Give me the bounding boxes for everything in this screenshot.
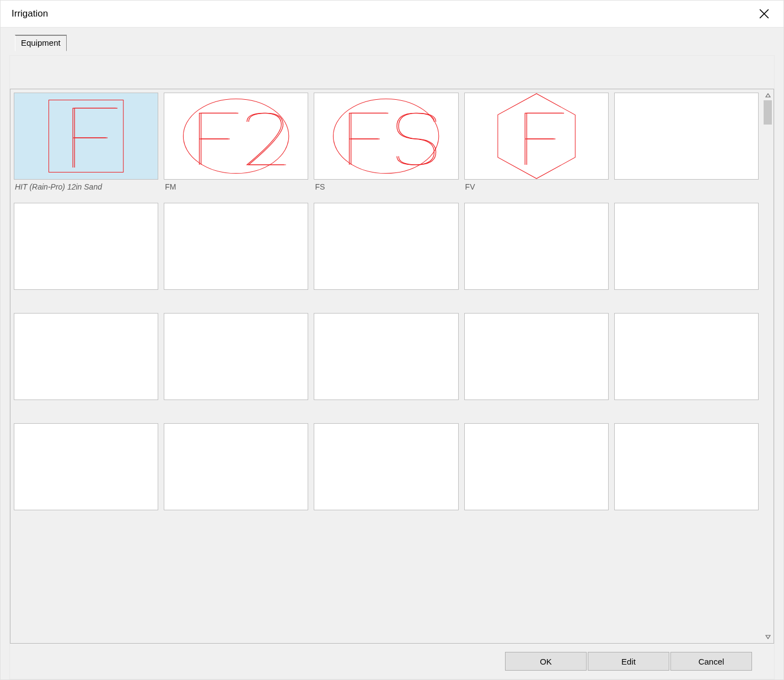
grid-cell bbox=[314, 313, 458, 418]
symbol-label: HIT (Rain-Pro) 12in Sand bbox=[14, 180, 158, 197]
grid-scroll: HIT (Rain-Pro) 12in SandFMFSFV bbox=[10, 89, 762, 644]
grid-cell: FM bbox=[164, 93, 308, 197]
button-bar: OK Edit Cancel bbox=[10, 644, 774, 679]
symbol-thumb[interactable] bbox=[314, 93, 458, 180]
symbol-label bbox=[164, 510, 308, 528]
chevron-up-icon bbox=[765, 93, 771, 98]
irrigation-window: Irrigation Equipment HIT (Rain-Pro) 12in… bbox=[0, 0, 784, 680]
symbol-thumb[interactable] bbox=[614, 93, 759, 180]
symbol-thumb[interactable] bbox=[464, 313, 609, 400]
close-icon bbox=[759, 9, 769, 19]
grid-frame: HIT (Rain-Pro) 12in SandFMFSFV bbox=[10, 89, 774, 644]
cancel-button[interactable]: Cancel bbox=[670, 652, 752, 671]
grid-cell bbox=[314, 423, 458, 528]
svg-marker-3 bbox=[497, 94, 574, 179]
symbol-label bbox=[164, 400, 308, 418]
symbol-label bbox=[314, 400, 458, 418]
panel-wrap: HIT (Rain-Pro) 12in SandFMFSFV bbox=[1, 55, 783, 679]
symbol-label bbox=[614, 400, 759, 418]
symbol-label bbox=[614, 290, 759, 307]
scroll-thumb[interactable] bbox=[764, 100, 772, 125]
symbol-thumb[interactable] bbox=[14, 93, 158, 180]
grid-cell bbox=[164, 313, 308, 418]
symbol-label: FM bbox=[164, 180, 308, 197]
grid-cell bbox=[464, 203, 609, 307]
symbol-label bbox=[464, 400, 609, 418]
symbol-thumb[interactable] bbox=[164, 203, 308, 290]
symbol-thumb[interactable] bbox=[14, 203, 158, 290]
client-area: Equipment HIT (Rain-Pro) 12in SandFMFSFV bbox=[1, 27, 783, 679]
grid-cell bbox=[14, 313, 158, 418]
symbol-label bbox=[314, 510, 458, 528]
symbol-thumb[interactable] bbox=[14, 313, 158, 400]
symbol-label bbox=[14, 510, 158, 528]
symbol-thumb[interactable] bbox=[164, 313, 308, 400]
close-button[interactable] bbox=[751, 1, 777, 26]
symbol-label: FS bbox=[314, 180, 458, 197]
grid-cell bbox=[164, 203, 308, 307]
symbol-grid: HIT (Rain-Pro) 12in SandFMFSFV bbox=[10, 89, 762, 531]
symbol-label bbox=[14, 400, 158, 418]
equipment-panel: HIT (Rain-Pro) 12in SandFMFSFV bbox=[9, 55, 775, 679]
ok-button[interactable]: OK bbox=[505, 652, 587, 671]
symbol-thumb[interactable] bbox=[314, 313, 458, 400]
symbol-label: FV bbox=[464, 180, 609, 197]
symbol-thumb[interactable] bbox=[614, 203, 759, 290]
grid-cell: FS bbox=[314, 93, 458, 197]
tab-row: Equipment bbox=[1, 28, 783, 55]
symbol-label bbox=[614, 180, 759, 197]
symbol-label bbox=[164, 290, 308, 307]
scroll-down-arrow[interactable] bbox=[763, 632, 773, 642]
symbol-thumb[interactable] bbox=[164, 423, 308, 510]
symbol-thumb[interactable] bbox=[14, 423, 158, 510]
grid-cell bbox=[164, 423, 308, 528]
symbol-thumb[interactable] bbox=[314, 423, 458, 510]
grid-cell: FV bbox=[464, 93, 609, 197]
window-title: Irrigation bbox=[12, 8, 48, 19]
edit-button[interactable]: Edit bbox=[588, 652, 669, 671]
grid-cell bbox=[14, 423, 158, 528]
symbol-thumb[interactable] bbox=[614, 313, 759, 400]
symbol-thumb[interactable] bbox=[164, 93, 308, 180]
symbol-label bbox=[464, 290, 609, 307]
grid-cell bbox=[314, 203, 458, 307]
symbol-label bbox=[314, 290, 458, 307]
symbol-label bbox=[14, 290, 158, 307]
symbol-thumb[interactable] bbox=[464, 203, 609, 290]
vertical-scrollbar[interactable] bbox=[762, 89, 774, 644]
chevron-down-icon bbox=[765, 635, 771, 639]
grid-cell bbox=[614, 93, 759, 197]
symbol-label bbox=[464, 510, 609, 528]
tab-equipment[interactable]: Equipment bbox=[15, 35, 67, 51]
titlebar: Irrigation bbox=[1, 1, 783, 27]
scroll-up-arrow[interactable] bbox=[763, 90, 773, 100]
grid-cell bbox=[614, 423, 759, 528]
grid-cell bbox=[464, 423, 609, 528]
symbol-thumb[interactable] bbox=[464, 423, 609, 510]
symbol-thumb[interactable] bbox=[314, 203, 458, 290]
svg-rect-0 bbox=[49, 100, 123, 172]
symbol-label bbox=[614, 510, 759, 528]
scroll-track[interactable] bbox=[762, 100, 774, 632]
symbol-thumb[interactable] bbox=[464, 93, 609, 180]
symbol-thumb[interactable] bbox=[614, 423, 759, 510]
grid-cell bbox=[464, 313, 609, 418]
grid-cell: HIT (Rain-Pro) 12in Sand bbox=[14, 93, 158, 197]
grid-cell bbox=[14, 203, 158, 307]
grid-cell bbox=[614, 313, 759, 418]
grid-cell bbox=[614, 203, 759, 307]
